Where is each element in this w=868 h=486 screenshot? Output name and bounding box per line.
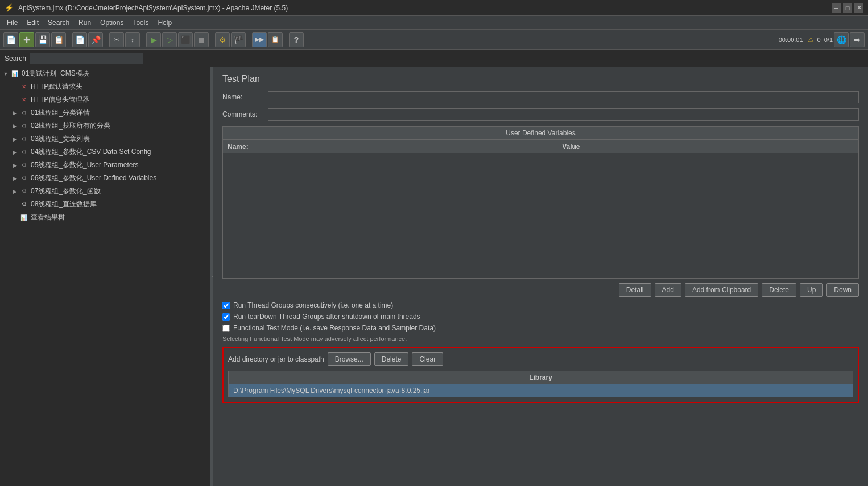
name-label: Name: (222, 93, 268, 101)
tree-item-root[interactable]: ▼📊01测试计划_CMS模块 (0, 67, 210, 80)
expand-arrow[interactable]: ▶ (11, 149, 18, 156)
tree-item-group5[interactable]: ▶⚙05线程组_参数化_User Parameters (0, 159, 210, 172)
globe-button[interactable]: 🌐 (834, 32, 849, 47)
expand-button[interactable]: ↕ (125, 32, 140, 47)
library-table: Library D:\Program Files\MySQL Drivers\m… (228, 371, 853, 397)
clear-button[interactable]: Clear (412, 352, 443, 366)
config-button[interactable]: ⚙ (215, 32, 230, 47)
tree-item-group4[interactable]: ▶⚙04线程组_参数化_CSV Data Set Config (0, 146, 210, 159)
checkbox-row-cb1: Run Thread Groups consecutively (i.e. on… (222, 301, 859, 309)
checkbox-row-cb2: Run tearDown Thread Groups after shutdow… (222, 313, 859, 321)
search-label: Search (5, 55, 26, 63)
expand-arrow[interactable]: ▶ (11, 188, 18, 195)
menu-item-file[interactable]: File (2, 18, 22, 28)
checkbox-cb2[interactable] (222, 313, 230, 321)
open-button[interactable]: ✚ (19, 32, 34, 47)
search-input[interactable] (30, 53, 143, 64)
down-button[interactable]: Down (826, 283, 859, 297)
tree-node-icon: 📊 (19, 213, 28, 222)
classpath-label: Add directory or jar to classpath (228, 355, 324, 363)
close-button[interactable]: ✕ (854, 3, 863, 13)
menu-item-tools[interactable]: Tools (128, 18, 153, 28)
app-icon: ⚡ (5, 3, 14, 12)
panel-title: Test Plan (222, 74, 859, 84)
expand-arrow[interactable]: ▶ (11, 136, 18, 143)
stop-button[interactable]: ⬛ (178, 32, 193, 47)
tree-node-icon: ⚙ (19, 109, 28, 118)
library-header: Library (229, 371, 853, 384)
tree-item-http1[interactable]: ✕HTTP默认请求头 (0, 80, 210, 93)
save-button[interactable]: 💾 (35, 32, 50, 47)
table-buttons: Detail Add Add from Clipboard Delete Up … (222, 283, 859, 297)
add-button[interactable]: Add (655, 283, 681, 297)
tree-item-group7[interactable]: ▶⚙07线程组_参数化_函数 (0, 185, 210, 198)
library-row[interactable]: D:\Program Files\MySQL Drivers\mysql-con… (229, 384, 853, 397)
run-button[interactable]: ▶ (146, 32, 161, 47)
classpath-row: Add directory or jar to classpath Browse… (228, 352, 853, 366)
tree-item-group2[interactable]: ▶⚙02线程组_获取所有的分类 (0, 119, 210, 132)
variables-table: Name: Value (222, 140, 859, 279)
cut-button[interactable]: ✂ (109, 32, 124, 47)
template-button[interactable]: 📋 (268, 32, 283, 47)
expand-arrow[interactable]: ▶ (11, 123, 18, 130)
menu-item-search[interactable]: Search (43, 18, 74, 28)
add-from-clipboard-button[interactable]: Add from Clipboard (685, 283, 758, 297)
toolbar-sep6 (286, 34, 286, 45)
tree-item-group3[interactable]: ▶⚙03线程组_文章列表 (0, 132, 210, 146)
maximize-button[interactable]: □ (843, 3, 852, 13)
name-row: Name: (222, 91, 859, 103)
arrow-button[interactable]: ➡ (850, 32, 865, 47)
checkbox-row-cb3: Functional Test Mode (i.e. save Response… (222, 324, 859, 332)
new-button[interactable]: 📄 (3, 32, 18, 47)
toolbar: 📄 ✚ 💾 📋 📄 📌 ✂ ↕ ▶ ▷ ⬛ ⏹ ⚙ 🏴 ▶▶ 📋 ? 00:00… (0, 30, 868, 50)
menu-item-options[interactable]: Options (96, 18, 128, 28)
expand-arrow[interactable]: ▶ (11, 110, 18, 117)
tree-item-label: 查看结果树 (31, 213, 65, 222)
toolbar-sep4 (212, 34, 212, 45)
shutdown-button[interactable]: ⏹ (194, 32, 209, 47)
menu-item-edit[interactable]: Edit (22, 18, 43, 28)
tree-item-results[interactable]: 📊查看结果树 (0, 211, 210, 224)
detail-button[interactable]: Detail (619, 283, 651, 297)
title-bar: ⚡ ApiSystem.jmx (D:\Code\JmeterProject\A… (0, 0, 868, 16)
tree-node-icon: ⚙ (19, 174, 28, 183)
checkbox-label-cb2: Run tearDown Thread Groups after shutdow… (233, 313, 420, 321)
expand-arrow[interactable]: ▶ (11, 175, 18, 182)
tree-item-group1[interactable]: ▶⚙01线程组_分类详情 (0, 106, 210, 119)
tree-item-label: HTTP默认请求头 (31, 82, 82, 92)
checkbox-cb3[interactable] (222, 325, 230, 332)
comments-input[interactable] (268, 108, 859, 121)
tree-item-label: 05线程组_参数化_User Parameters (31, 160, 138, 170)
expand-arrow[interactable]: ▶ (11, 162, 18, 169)
menu-item-help[interactable]: Help (153, 18, 176, 28)
tree-item-group6[interactable]: ▶⚙06线程组_参数化_User Defined Variables (0, 172, 210, 185)
tree-item-http2[interactable]: ✕HTTP信息头管理器 (0, 93, 210, 106)
save2-button[interactable]: 📋 (51, 32, 66, 47)
help-button[interactable]: ? (289, 32, 304, 47)
copy-button[interactable]: 📄 (72, 32, 87, 47)
menu-item-run[interactable]: Run (74, 18, 96, 28)
log-button[interactable]: 🏴 (231, 32, 246, 47)
warning-icon: ⚠ (808, 36, 814, 44)
tree-node-icon: ⚙ (19, 122, 28, 131)
name-input[interactable] (268, 91, 859, 103)
delete-button[interactable]: Delete (762, 283, 796, 297)
expand-arrow[interactable]: ▼ (2, 70, 9, 77)
table-title: User Defined Variables (222, 126, 859, 140)
run-ratio: 0/1 (824, 36, 833, 43)
comments-row: Comments: (222, 108, 859, 121)
toolbar-sep3 (143, 34, 143, 45)
paste-button[interactable]: 📌 (88, 32, 103, 47)
tree-item-label: 06线程组_参数化_User Defined Variables (31, 173, 156, 183)
classpath-section: Add directory or jar to classpath Browse… (222, 347, 859, 403)
start-no-pause-button[interactable]: ▷ (162, 32, 177, 47)
tree-item-group8[interactable]: ⚙08线程组_直连数据库 (0, 198, 210, 211)
table-row (223, 153, 859, 279)
functional-note: Selecting Functional Test Mode may adver… (222, 335, 859, 342)
function-button[interactable]: ▶▶ (252, 32, 267, 47)
checkbox-cb1[interactable] (222, 302, 230, 309)
up-button[interactable]: Up (800, 283, 823, 297)
minimize-button[interactable]: ─ (832, 3, 841, 13)
browse-button[interactable]: Browse... (328, 352, 371, 366)
classpath-delete-button[interactable]: Delete (374, 352, 409, 366)
